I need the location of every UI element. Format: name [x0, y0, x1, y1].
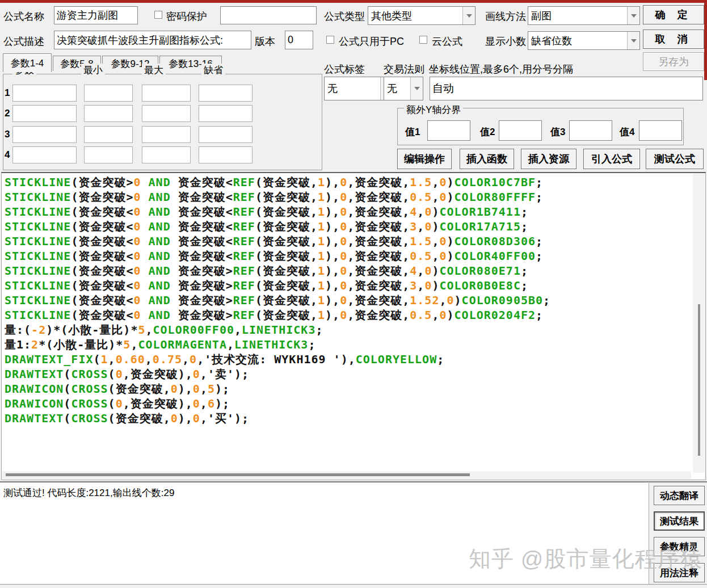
- code-line[interactable]: DRAWICON(CROSS(0,资金突破),0,6);: [5, 396, 691, 411]
- trade-rule-value: 无: [384, 77, 410, 100]
- password-protect-label: 密码保护: [166, 10, 207, 23]
- param-input-r2c4[interactable]: [199, 105, 253, 122]
- y-value-label-3: 值3: [550, 125, 565, 138]
- bottom-strip: [0, 584, 707, 588]
- formula-code-editor[interactable]: STICKLINE(资金突破>0 AND 资金突破<REF(资金突破,1),0,…: [1, 172, 706, 480]
- param-input-r2c3[interactable]: [142, 105, 191, 122]
- y-value-label-2: 值2: [480, 125, 495, 138]
- horizontal-scrollbar-thumb[interactable]: [6, 473, 470, 476]
- watermark: 知乎 @股市量化程序猿: [469, 544, 702, 574]
- param-header-3: 最大: [142, 64, 166, 77]
- formula-type-select[interactable]: 其他类型: [368, 6, 475, 25]
- code-line[interactable]: STICKLINE(资金突破<0 AND 资金突破>REF(资金突破,1),0,…: [5, 278, 691, 293]
- trade-rule-select[interactable]: 无: [384, 77, 423, 100]
- chevron-down-icon[interactable]: [627, 7, 639, 24]
- window-border-top: [0, 0, 707, 3]
- extra-y-axis-title: 额外Y轴分界: [404, 103, 463, 116]
- code-line[interactable]: STICKLINE(资金突破>0 AND 资金突破<REF(资金突破,1),0,…: [5, 190, 691, 204]
- window-border-right: [704, 0, 707, 80]
- axis-line-input[interactable]: [430, 77, 703, 100]
- insert-resource-button[interactable]: 插入资源: [521, 149, 576, 169]
- code-line[interactable]: STICKLINE(资金突破<0 AND 资金突破<REF(资金突破,1),0,…: [5, 234, 691, 249]
- vertical-scrollbar-thumb[interactable]: [698, 304, 700, 456]
- decimal-select[interactable]: 缺省位数: [528, 31, 640, 50]
- formula-tag-label: 公式标签: [324, 62, 365, 76]
- param-input-r4c2[interactable]: [84, 146, 133, 163]
- code-line[interactable]: DRAWICON(CROSS(资金突破,0),0,5);: [5, 381, 691, 396]
- code-line[interactable]: 量1:2*(小散-量比)*5,COLORMAGENTA,LINETHICK3;: [5, 337, 691, 352]
- y-value-input-4[interactable]: [639, 120, 682, 141]
- param-input-r3c1[interactable]: [12, 126, 77, 143]
- param-input-r3c2[interactable]: [84, 126, 133, 143]
- code-line[interactable]: STICKLINE(资金突破<0 AND 资金突破>REF(资金突破,1),0,…: [5, 263, 691, 278]
- y-value-input-1[interactable]: [427, 120, 470, 141]
- test-result-button[interactable]: 测试结果: [654, 511, 705, 531]
- code-line[interactable]: STICKLINE(资金突破<0 AND 资金突破>REF(资金突破,1),0,…: [5, 308, 691, 322]
- edit-ops-button[interactable]: 编辑操作: [397, 149, 452, 169]
- param-input-r1c4[interactable]: [199, 85, 253, 102]
- formula-desc-label: 公式描述: [3, 35, 44, 48]
- password-input[interactable]: [220, 6, 317, 24]
- param-input-r2c1[interactable]: [12, 105, 77, 122]
- cancel-button[interactable]: 取 消: [643, 30, 704, 49]
- chevron-down-icon[interactable]: [462, 7, 475, 24]
- param-row-number: 3: [5, 129, 10, 140]
- code-line[interactable]: STICKLINE(资金突破<0 AND 资金突破<REF(资金突破,1),0,…: [5, 219, 691, 234]
- y-value-label-1: 值1: [405, 125, 420, 138]
- param-input-r3c3[interactable]: [142, 126, 191, 143]
- chevron-down-icon[interactable]: [410, 77, 423, 100]
- cloud-formula-label: 云公式: [432, 35, 462, 48]
- draw-method-label: 画线方法: [485, 10, 526, 23]
- tab-参数1-4[interactable]: 参数1-4: [3, 53, 52, 72]
- code-line[interactable]: STICKLINE(资金突破<0 AND 资金突破<REF(资金突破,1),0,…: [5, 249, 691, 263]
- test-formula-button[interactable]: 测试公式: [646, 149, 704, 169]
- param-header-2: 最小: [81, 64, 105, 77]
- password-protect-checkbox[interactable]: [154, 11, 162, 19]
- formula-name-input[interactable]: [54, 6, 138, 24]
- param-input-r4c1[interactable]: [12, 146, 77, 163]
- formula-editor-dialog: 公式名称 密码保护 公式类型 其他类型 画线方法 副图 确 定 公式描述 版本 …: [0, 0, 707, 588]
- import-formula-button[interactable]: 引入公式: [583, 149, 640, 169]
- version-input[interactable]: [285, 31, 313, 49]
- dynamic-translate-button[interactable]: 动态翻译: [654, 486, 705, 505]
- param-input-r1c1[interactable]: [12, 85, 77, 102]
- param-input-r4c4[interactable]: [199, 146, 253, 163]
- insert-function-button[interactable]: 插入函数: [460, 149, 514, 169]
- y-value-input-2[interactable]: [499, 120, 542, 141]
- formula-desc-input[interactable]: [54, 31, 251, 49]
- draw-method-select[interactable]: 副图: [528, 6, 640, 25]
- code-line[interactable]: STICKLINE(资金突破<0 AND 资金突破>REF(资金突破,1),0,…: [5, 293, 691, 308]
- param-input-r4c3[interactable]: [142, 146, 191, 163]
- pc-only-checkbox[interactable]: [326, 36, 334, 44]
- param-input-r2c2[interactable]: [84, 105, 133, 122]
- code-line[interactable]: 量:(-2)*(小散-量比)*5,COLOR00FF00,LINETHICK3;: [5, 322, 691, 337]
- formula-tag-select[interactable]: 无: [324, 77, 393, 100]
- cloud-formula-checkbox[interactable]: [419, 36, 427, 44]
- trade-rule-label: 交易法则: [384, 62, 424, 76]
- formula-type-value: 其他类型: [368, 7, 462, 24]
- param-header-4: 缺省: [201, 64, 225, 77]
- code-line[interactable]: DRAWTEXT_FIX(1,0.60,0.75,0,'技术交流: WYKH16…: [5, 352, 691, 367]
- ok-button[interactable]: 确 定: [643, 5, 704, 24]
- code-line[interactable]: DRAWTEXT(CROSS(资金突破,0),0,'买');: [5, 411, 691, 426]
- horizontal-scrollbar[interactable]: [2, 471, 691, 479]
- param-input-r1c3[interactable]: [142, 85, 191, 102]
- code-line[interactable]: DRAWTEXT(CROSS(0,资金突破),0,'卖');: [5, 367, 691, 381]
- code-lines[interactable]: STICKLINE(资金突破>0 AND 资金突破<REF(资金突破,1),0,…: [5, 175, 691, 469]
- formula-type-label: 公式类型: [324, 10, 365, 23]
- param-input-r1c2[interactable]: [84, 85, 133, 102]
- y-value-input-3[interactable]: [569, 120, 612, 141]
- pc-only-label: 公式只用于PC: [339, 35, 404, 48]
- decimal-value: 缺省位数: [528, 32, 627, 49]
- code-line[interactable]: STICKLINE(资金突破>0 AND 资金突破<REF(资金突破,1),0,…: [5, 175, 691, 190]
- code-line[interactable]: STICKLINE(资金突破<0 AND 资金突破<REF(资金突破,1),0,…: [5, 204, 691, 219]
- version-label: 版本: [255, 35, 275, 48]
- chevron-down-icon[interactable]: [627, 32, 639, 49]
- save-as-button[interactable]: 另存为: [643, 52, 704, 71]
- vertical-scrollbar[interactable]: [693, 174, 705, 473]
- show-decimal-label: 显示小数: [485, 35, 526, 48]
- axis-line-label: 坐标线位置,最多6个,用分号分隔: [429, 62, 573, 76]
- y-value-label-4: 值4: [620, 125, 634, 138]
- param-row-number: 4: [5, 149, 10, 161]
- param-input-r3c4[interactable]: [199, 126, 253, 143]
